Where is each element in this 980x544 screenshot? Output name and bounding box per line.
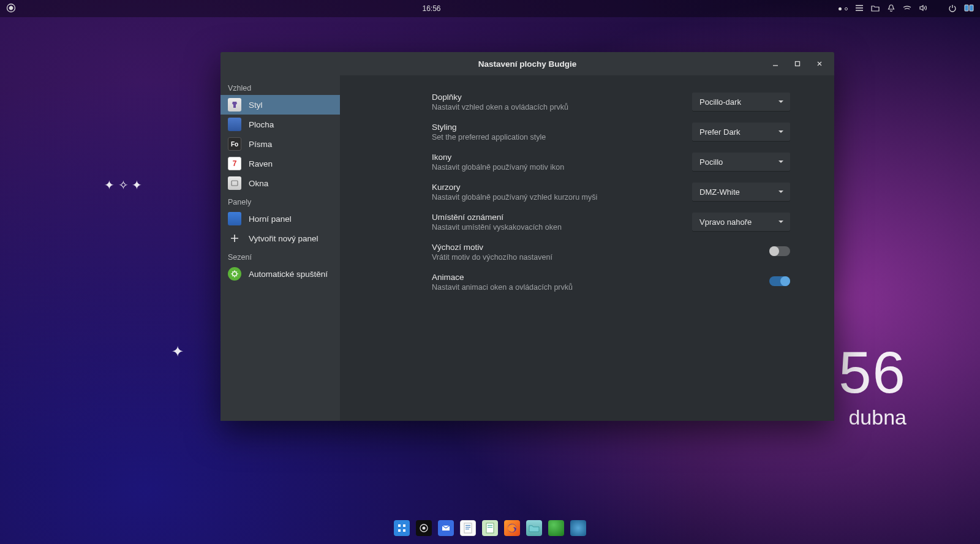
sidebar-item-label: Raven <box>249 159 273 168</box>
setting-row-widgets: Doplňky Nastavit vzhled oken a ovládacíc… <box>432 93 790 111</box>
dock-app-showapps[interactable] <box>394 520 410 536</box>
sidebar-item-label: Okna <box>249 179 268 188</box>
setting-row-icons: Ikony Nastavit globálně používaný motiv … <box>432 153 790 172</box>
setting-title: Styling <box>432 123 546 132</box>
notifications-icon[interactable] <box>887 4 895 14</box>
chevron-down-icon <box>778 219 784 225</box>
svg-rect-3 <box>796 62 800 66</box>
svg-rect-2 <box>970 5 973 11</box>
setting-desc: Nastavit umístění vyskakovacích oken <box>432 223 562 232</box>
svg-rect-6 <box>398 524 401 527</box>
setting-title: Doplňky <box>432 93 568 102</box>
sidebar-item-label: Vytvořit nový panel <box>249 234 318 243</box>
svg-point-11 <box>423 527 426 530</box>
window-titlebar[interactable]: Nastavení plochy Budgie <box>221 52 834 75</box>
settings-window: Nastavení plochy Budgie Vzhled Styl Ploc… <box>221 52 834 421</box>
svg-rect-17 <box>486 523 494 533</box>
sidebar-section-panels: Panely <box>221 193 340 209</box>
sidebar-item-label: Automatické spuštění <box>249 270 328 279</box>
dock-app-writer[interactable] <box>460 520 476 536</box>
sidebar-item-windows[interactable]: Okna <box>221 173 340 193</box>
sidebar-section-session: Sezení <box>221 248 340 264</box>
svg-rect-1 <box>965 5 968 11</box>
style-icon <box>228 98 241 111</box>
window-close-button[interactable] <box>809 52 831 75</box>
chevron-down-icon <box>778 159 784 165</box>
setting-desc: Set the preferred application style <box>432 133 546 142</box>
budgie-menu-icon[interactable] <box>6 3 16 15</box>
dock-app-firefox[interactable] <box>504 520 520 536</box>
dock-app-mail[interactable] <box>438 520 454 536</box>
settings-sidebar: Vzhled Styl Plocha Fo Písma 7 Raven Okna <box>221 75 340 421</box>
default-theme-switch[interactable] <box>769 246 790 256</box>
setting-title: Kurzory <box>432 183 597 192</box>
svg-rect-15 <box>466 527 470 527</box>
notification-position-combo[interactable]: Vpravo nahoře <box>692 213 790 231</box>
sidebar-item-label: Písma <box>249 140 272 149</box>
widgets-theme-combo[interactable]: Pocillo-dark <box>692 93 790 111</box>
wallpaper-decoration: ✦ ✧ ✦ <box>104 178 142 192</box>
window-maximize-button[interactable] <box>786 52 809 75</box>
combo-value: Pocillo <box>699 157 723 167</box>
panel-clock[interactable]: 16:56 <box>24 4 839 13</box>
svg-point-5 <box>233 272 237 276</box>
setting-title: Ikony <box>432 153 564 162</box>
app-style-combo[interactable]: Prefer Dark <box>692 123 790 141</box>
sidebar-item-style[interactable]: Styl <box>221 95 340 115</box>
setting-row-notification-position: Umístění oznámení Nastavit umístění vysk… <box>432 213 790 232</box>
dock-app-files[interactable] <box>526 520 542 536</box>
setting-desc: Nastavit animaci oken a ovládacích prvků <box>432 283 573 292</box>
combo-value: Pocillo-dark <box>699 97 741 107</box>
files-icon[interactable] <box>871 4 880 14</box>
sidebar-item-fonts[interactable]: Fo Písma <box>221 134 340 154</box>
setting-title: Animace <box>432 273 573 282</box>
svg-rect-9 <box>403 529 405 532</box>
workspace-switcher[interactable] <box>839 7 848 10</box>
icon-theme-combo[interactable]: Pocillo <box>692 153 790 171</box>
dock-app-terminal[interactable] <box>548 520 564 536</box>
power-icon[interactable] <box>948 4 957 14</box>
dock-app-calc[interactable] <box>482 520 498 536</box>
animations-switch[interactable] <box>769 276 790 286</box>
dock-app-software[interactable] <box>570 520 586 536</box>
raven-icon[interactable] <box>964 4 974 14</box>
volume-icon[interactable] <box>919 4 927 14</box>
setting-row-styling: Styling Set the preferred application st… <box>432 123 790 142</box>
dock-app-budgie-settings[interactable] <box>416 520 432 536</box>
sidebar-item-autostart[interactable]: Automatické spuštění <box>221 264 340 284</box>
setting-title: Umístění oznámení <box>432 213 562 222</box>
setting-desc: Vrátit motiv do výchozího nastavení <box>432 253 552 262</box>
sidebar-item-new-panel[interactable]: Vytvořit nový panel <box>221 229 340 248</box>
panel-icon <box>228 212 241 225</box>
menu-icon[interactable] <box>855 4 864 14</box>
svg-rect-13 <box>464 523 472 533</box>
sidebar-item-label: Styl <box>249 100 263 110</box>
network-icon[interactable] <box>903 4 911 14</box>
dock <box>389 517 591 539</box>
combo-value: DMZ-White <box>699 187 740 197</box>
cursor-theme-combo[interactable]: DMZ-White <box>692 183 790 201</box>
svg-rect-4 <box>232 181 238 186</box>
sidebar-item-desktop[interactable]: Plocha <box>221 115 340 134</box>
wallpaper-decoration: ✦ <box>172 343 184 360</box>
autostart-icon <box>228 267 241 281</box>
setting-desc: Nastavit globálně používaný vzhled kurzo… <box>432 193 597 202</box>
chevron-down-icon <box>778 189 784 195</box>
sidebar-item-label: Plocha <box>249 120 274 129</box>
sidebar-item-label: Horní panel <box>249 214 292 224</box>
setting-row-default-theme: Výchozí motiv Vrátit motiv do výchozího … <box>432 243 790 262</box>
combo-value: Vpravo nahoře <box>699 217 752 227</box>
setting-desc: Nastavit vzhled oken a ovládacích prvků <box>432 103 568 111</box>
windows-icon <box>228 176 241 190</box>
svg-rect-8 <box>398 529 401 532</box>
setting-desc: Nastavit globálně používaný motiv ikon <box>432 163 564 172</box>
sidebar-section-appearance: Vzhled <box>221 79 340 95</box>
svg-rect-7 <box>403 524 405 527</box>
settings-content: Doplňky Nastavit vzhled oken a ovládacíc… <box>340 75 834 421</box>
window-minimize-button[interactable] <box>764 52 786 75</box>
desktop-icon <box>228 118 241 131</box>
sidebar-item-top-panel[interactable]: Horní panel <box>221 209 340 229</box>
sidebar-item-raven[interactable]: 7 Raven <box>221 154 340 173</box>
svg-rect-19 <box>488 527 492 527</box>
setting-row-cursors: Kurzory Nastavit globálně používaný vzhl… <box>432 183 790 202</box>
